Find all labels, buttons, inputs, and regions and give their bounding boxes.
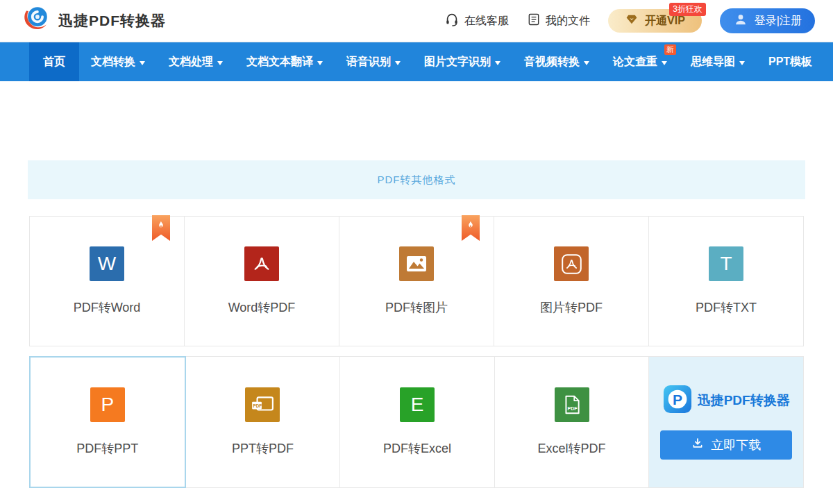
- download-now-label: 立即下载: [711, 437, 761, 453]
- tool-card-label: PPT转PDF: [232, 440, 294, 457]
- pdf-to-image-icon: [399, 246, 434, 281]
- login-register-button[interactable]: 登录|注册: [720, 8, 815, 33]
- main-nav: 首页文档转换文档处理文档文本翻译语音识别图片文字识别音视频转换论文查重新思维导图…: [0, 42, 833, 81]
- tool-card-label: PDF转PPT: [76, 440, 138, 457]
- word-to-pdf-icon: [244, 246, 279, 281]
- excel-to-pdf-icon: PDF: [555, 387, 589, 422]
- nav-item-ocr[interactable]: 图片文字识别: [412, 42, 512, 81]
- chevron-down-icon: [495, 61, 500, 65]
- vip-gem-icon: [625, 13, 639, 28]
- pdf-to-word-icon: W: [90, 246, 124, 281]
- tool-card-pdf-to-image[interactable]: PDF转图片: [339, 216, 494, 346]
- tool-card-pdf-to-excel[interactable]: EPDF转Excel: [340, 356, 495, 488]
- nav-item-label: 图片文字识别: [424, 55, 491, 69]
- chevron-down-icon: [217, 61, 223, 65]
- nav-item-label: 音视频转换: [524, 55, 580, 69]
- promo-brand: P 迅捷PDF转换器: [663, 385, 790, 417]
- top-bar: 迅捷PDF转换器 在线客服 我的文件: [0, 0, 833, 42]
- nav-item-label: 文档处理: [169, 55, 213, 69]
- nav-item-doc-convert[interactable]: 文档转换: [79, 42, 157, 81]
- nav-item-home[interactable]: 首页: [29, 42, 79, 81]
- nav-item-speech-recognition[interactable]: 语音识别: [335, 42, 412, 81]
- hot-flame-badge: [152, 215, 170, 241]
- nav-item-label: 思维导图: [691, 55, 735, 69]
- online-service-link[interactable]: 在线客服: [444, 12, 509, 30]
- tool-card-pdf-to-txt[interactable]: TPDF转TXT: [649, 216, 804, 346]
- vip-sale-badge: 3折狂欢: [669, 3, 706, 16]
- pdf-to-ppt-icon: P: [90, 387, 125, 422]
- nav-item-client[interactable]: 客户端: [824, 42, 833, 81]
- my-files-link[interactable]: 我的文件: [527, 12, 590, 29]
- tool-card-label: Word转PDF: [228, 299, 296, 316]
- chevron-down-icon: [395, 61, 401, 65]
- tool-card-pdf-to-ppt[interactable]: PPDF转PPT: [29, 356, 186, 488]
- tool-card-label: PDF转Word: [74, 299, 141, 316]
- download-now-button[interactable]: 立即下载: [660, 430, 792, 460]
- tool-card-ppt-to-pdf[interactable]: PDFPPT转PDF: [186, 356, 341, 488]
- pdf-to-txt-icon: T: [709, 246, 743, 281]
- nav-item-label: PPT模板: [768, 55, 812, 69]
- nav-item-paper-check[interactable]: 论文查重新: [601, 42, 679, 81]
- app-logo-icon: P: [663, 385, 692, 417]
- nav-item-doc-process[interactable]: 文档处理: [157, 42, 235, 81]
- nav-item-label: 首页: [43, 55, 65, 69]
- image-to-pdf-icon: [554, 246, 589, 281]
- chevron-down-icon: [739, 61, 745, 65]
- tool-card-pdf-to-word[interactable]: WPDF转Word: [29, 216, 185, 346]
- tool-card-label: PDF转TXT: [696, 299, 757, 316]
- nav-item-label: 论文查重: [613, 55, 657, 69]
- user-icon: [733, 12, 748, 30]
- nav-item-label: 文档文本翻译: [246, 55, 313, 69]
- brand-name: 迅捷PDF转换器: [58, 11, 166, 31]
- tool-card-label: 图片转PDF: [540, 299, 603, 316]
- section-title: PDF转其他格式: [378, 174, 456, 187]
- ppt-to-pdf-icon: PDF: [245, 387, 280, 422]
- chevron-down-icon: [584, 61, 589, 65]
- my-files-label: 我的文件: [546, 14, 590, 28]
- app-promo-cell: P 迅捷PDF转换器 立即下载: [649, 356, 804, 488]
- new-badge: 新: [664, 44, 676, 55]
- tool-card-image-to-pdf[interactable]: 图片转PDF: [494, 216, 649, 346]
- tool-grid-row2: PPDF转PPTPDFPPT转PDFEPDF转ExcelPDFExcel转PDF…: [29, 356, 804, 488]
- nav-item-mind-map[interactable]: 思维导图: [679, 42, 757, 81]
- tool-card-excel-to-pdf[interactable]: PDFExcel转PDF: [495, 356, 650, 488]
- download-icon: [691, 437, 704, 453]
- chevron-down-icon: [662, 61, 667, 65]
- nav-item-label: 文档转换: [91, 55, 135, 69]
- promo-brand-name: 迅捷PDF转换器: [698, 392, 790, 410]
- tool-card-label: Excel转PDF: [538, 440, 606, 457]
- hot-flame-badge: [462, 215, 480, 241]
- tool-card-label: PDF转Excel: [383, 440, 451, 457]
- login-register-label: 登录|注册: [755, 14, 802, 28]
- svg-text:PDF: PDF: [253, 403, 262, 408]
- file-list-icon: [527, 12, 541, 29]
- online-service-label: 在线客服: [464, 14, 509, 28]
- tool-card-label: PDF转图片: [385, 299, 448, 316]
- nav-item-label: 语音识别: [346, 55, 391, 69]
- brand-logo-icon: [21, 4, 51, 37]
- nav-item-doc-translate[interactable]: 文档文本翻译: [235, 42, 335, 81]
- section-banner: PDF转其他格式: [28, 160, 805, 199]
- chevron-down-icon: [140, 61, 145, 65]
- open-vip-button[interactable]: 3折狂欢 开通VIP: [608, 9, 702, 33]
- headset-icon: [444, 12, 460, 30]
- top-bar-actions: 在线客服 我的文件 3折狂欢 开通VIP: [444, 8, 815, 33]
- svg-text:PDF: PDF: [567, 406, 578, 411]
- brand[interactable]: 迅捷PDF转换器: [21, 4, 166, 37]
- nav-item-ppt-template[interactable]: PPT模板: [757, 42, 824, 81]
- tool-grid-row1: WPDF转WordWord转PDFPDF转图片图片转PDFTPDF转TXT: [29, 216, 804, 346]
- pdf-to-excel-icon: E: [400, 387, 435, 422]
- svg-text:P: P: [673, 392, 682, 408]
- tool-card-word-to-pdf[interactable]: Word转PDF: [185, 216, 339, 346]
- nav-item-av-convert[interactable]: 音视频转换: [512, 42, 601, 81]
- chevron-down-icon: [317, 61, 323, 65]
